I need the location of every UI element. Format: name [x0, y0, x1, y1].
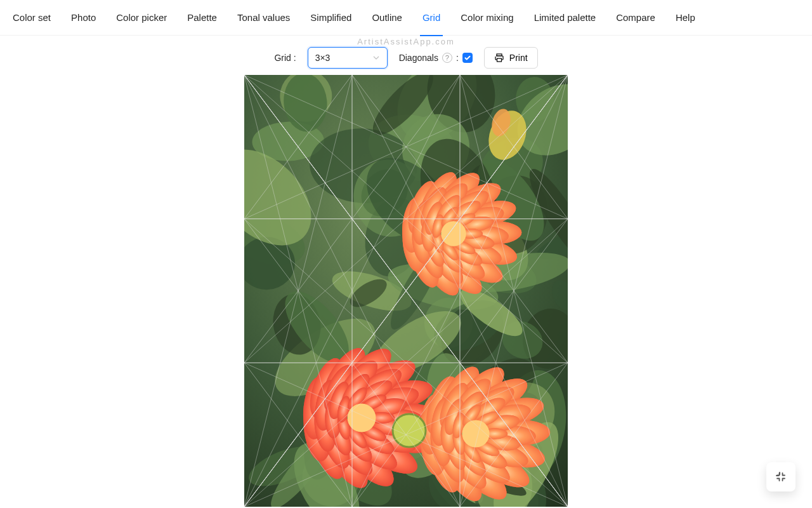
printer-icon [494, 53, 504, 63]
tab-color-set[interactable]: Color set [3, 0, 61, 36]
grid-label: Grid : [274, 53, 296, 63]
tab-help[interactable]: Help [665, 0, 705, 36]
tab-palette[interactable]: Palette [177, 0, 227, 36]
collapse-icon [775, 471, 787, 483]
exit-fullscreen-button[interactable] [766, 462, 796, 491]
grid-canvas [244, 75, 568, 507]
help-icon[interactable]: ? [442, 53, 452, 63]
tab-tonal-values[interactable]: Tonal values [227, 0, 300, 36]
chevron-down-icon [372, 54, 380, 62]
main-tabs: Color setPhotoColor pickerPaletteTonal v… [0, 0, 812, 36]
print-button-label: Print [509, 53, 528, 63]
grid-controls: Grid : 3×3 Diagonals ? : [274, 47, 537, 69]
tab-color-mixing[interactable]: Color mixing [450, 0, 523, 36]
reference-photo [244, 75, 568, 507]
grid-select-value: 3×3 [315, 53, 331, 63]
diagonals-label: Diagonals [399, 53, 438, 63]
diagonals-suffix: : [456, 53, 459, 63]
tab-compare[interactable]: Compare [606, 0, 665, 36]
tab-color-picker[interactable]: Color picker [106, 0, 177, 36]
tab-grid[interactable]: Grid [412, 0, 450, 36]
grid-select[interactable]: 3×3 [308, 47, 388, 69]
svg-point-234 [348, 404, 376, 432]
svg-point-315 [462, 420, 489, 447]
check-icon [464, 54, 471, 62]
tab-limited-palette[interactable]: Limited palette [524, 0, 606, 36]
svg-rect-1 [497, 58, 501, 62]
print-button[interactable]: Print [484, 47, 538, 69]
tab-outline[interactable]: Outline [362, 0, 412, 36]
svg-point-153 [441, 221, 466, 246]
tab-simplified[interactable]: Simplified [300, 0, 362, 36]
diagonals-checkbox[interactable] [462, 53, 473, 63]
tab-photo[interactable]: Photo [61, 0, 106, 36]
